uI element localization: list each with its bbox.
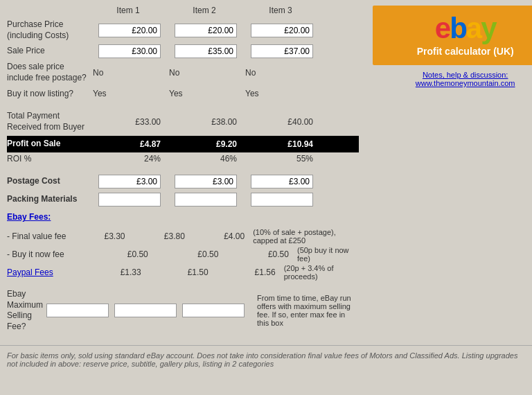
paypal-fees-note: (20p + 3.4% of proceeds) (281, 264, 359, 281)
item3-header: Item 3 (242, 6, 319, 15)
total-payment-val-1: £33.00 (90, 117, 166, 127)
buy-it-now-val-1: Yes (90, 89, 166, 98)
item2-header: Item 2 (166, 6, 242, 15)
purchase-price-input-1[interactable]: £20.00 (98, 24, 161, 37)
profit-val-1: £4.87 (90, 139, 166, 149)
purchase-price-cell-3[interactable]: £20.00 (242, 24, 319, 37)
sale-price-input-3[interactable]: £37.00 (251, 44, 313, 58)
paypal-fees-link-label[interactable]: Paypal Fees (7, 267, 80, 277)
buy-it-now-fee-note: (50p buy it now fee) (294, 246, 359, 263)
profit-calc-title: Profit calculator (UK) (381, 46, 532, 57)
total-payment-label: Total PaymentReceived from Buyer (7, 111, 90, 132)
sale-price-cell-2[interactable]: £35.00 (166, 44, 242, 58)
final-value-val-2: £3.80 (131, 231, 190, 241)
notes-link-section: Notes, help & discussion: www.themoneymo… (373, 71, 532, 87)
postage-cost-cell-1[interactable]: £3.00 (90, 175, 166, 188)
purchase-price-label: Purchase Price(including Costs) (7, 19, 90, 41)
max-selling-cell-3[interactable] (182, 304, 250, 317)
buy-it-now-fee-row: - Buy it now fee £0.50 £0.50 £0.50 (50p … (7, 246, 359, 263)
free-postage-row: Does sale priceinclude free postage? No … (7, 62, 359, 83)
final-value-note: (10% of sale + postage), capped at £250 (250, 228, 358, 245)
total-payment-val-2: £38.00 (166, 117, 242, 127)
purchase-price-input-3[interactable]: £20.00 (251, 24, 313, 37)
header-row: Item 1 Item 2 Item 3 (7, 6, 359, 15)
final-value-label: - Final value fee (7, 231, 71, 241)
sale-price-input-2[interactable]: £35.00 (175, 44, 237, 58)
notes-line2: www.themoneymountain.com (416, 79, 515, 87)
ebay-logo: ebay (381, 14, 532, 43)
packing-input-1[interactable] (98, 193, 161, 207)
buy-it-now-label: Buy it now listing? (7, 89, 90, 100)
packing-label: Packing Materials (7, 194, 90, 205)
max-selling-cell-1[interactable] (46, 304, 114, 317)
paypal-fees-val-3: £1.56 (214, 267, 281, 277)
purchase-price-row: Purchase Price(including Costs) £20.00 £… (7, 19, 359, 41)
postage-cost-row: Postage Cost £3.00 £3.00 £3.00 (7, 174, 359, 189)
buy-it-now-val-3: Yes (242, 89, 319, 98)
buy-it-now-fee-label: - Buy it now fee (7, 249, 83, 259)
total-payment-val-3: £40.00 (242, 117, 319, 127)
free-postage-val-1: No (90, 68, 166, 78)
postage-cost-cell-2[interactable]: £3.00 (166, 175, 242, 188)
ebay-fees-header-row: Ebay Fees: (7, 210, 359, 225)
roi-row: ROI % 24% 46% 55% (7, 154, 359, 165)
sale-price-input-1[interactable]: £30.00 (98, 44, 161, 58)
total-payment-row: Total PaymentReceived from Buyer £33.00 … (7, 111, 359, 132)
final-value-row: - Final value fee £3.30 £3.80 £4.00 (10%… (7, 228, 359, 245)
notes-link[interactable]: Notes, help & discussion: www.themoneymo… (416, 71, 515, 87)
buy-it-now-row: Buy it now listing? Yes Yes Yes (7, 86, 359, 101)
footer-text: For basic items only, sold using standar… (7, 351, 517, 368)
max-selling-row: Ebay Maximum SellingFee? From time to ti… (7, 289, 359, 332)
ebay-fees-link-label[interactable]: Ebay Fees: (7, 212, 90, 223)
packing-cell-1[interactable] (90, 193, 166, 207)
item1-header: Item 1 (90, 6, 166, 15)
max-selling-label: Ebay Maximum SellingFee? (7, 289, 46, 332)
notes-line1: Notes, help & discussion: (423, 71, 508, 79)
packing-cell-3[interactable] (242, 193, 319, 207)
buy-it-now-val-2: Yes (166, 89, 242, 98)
free-postage-val-3: No (242, 68, 319, 78)
postage-cost-cell-3[interactable]: £3.00 (242, 175, 319, 188)
max-selling-note: From time to time, eBay run offers with … (254, 294, 359, 327)
paypal-fees-val-1: £1.33 (80, 267, 147, 277)
ebay-logo-panel: ebay Profit calculator (UK) (373, 6, 532, 65)
purchase-price-input-2[interactable]: £20.00 (175, 24, 237, 37)
sale-price-label: Sale Price (7, 46, 90, 57)
purchase-price-cell-1[interactable]: £20.00 (90, 24, 166, 37)
packing-input-3[interactable] (251, 193, 313, 207)
postage-cost-input-1[interactable]: £3.00 (98, 175, 161, 188)
purchase-price-cell-2[interactable]: £20.00 (166, 24, 242, 37)
max-selling-input-1[interactable] (46, 304, 109, 317)
sale-price-cell-3[interactable]: £37.00 (242, 44, 319, 58)
postage-cost-input-2[interactable]: £3.00 (175, 175, 237, 188)
profit-val-3: £10.94 (242, 139, 319, 149)
roi-val-3: 55% (242, 154, 319, 164)
buy-it-now-fee-val-1: £0.50 (83, 249, 154, 259)
postage-cost-label: Postage Cost (7, 176, 90, 187)
paypal-fees-val-2: £1.50 (147, 267, 214, 277)
buy-it-now-fee-val-2: £0.50 (154, 249, 224, 259)
max-selling-input-3[interactable] (182, 304, 245, 317)
sale-price-row: Sale Price £30.00 £35.00 £37.00 (7, 44, 359, 59)
max-selling-input-2[interactable] (114, 304, 177, 317)
paypal-fees-row: Paypal Fees £1.33 £1.50 £1.56 (20p + 3.4… (7, 264, 359, 281)
roi-label: ROI % (7, 154, 90, 165)
free-postage-val-2: No (166, 68, 242, 78)
packing-row: Packing Materials (7, 192, 359, 207)
buy-it-now-fee-val-3: £0.50 (224, 249, 294, 259)
footer-note: For basic items only, sold using standar… (0, 345, 532, 374)
profit-val-2: £9.20 (166, 139, 242, 149)
final-value-val-3: £4.00 (190, 231, 250, 241)
profit-label: Profit on Sale (7, 139, 90, 150)
packing-cell-2[interactable] (166, 193, 242, 207)
sale-price-cell-1[interactable]: £30.00 (90, 44, 166, 58)
profit-on-sale-row: Profit on Sale £4.87 £9.20 £10.94 (7, 136, 359, 152)
max-selling-cell-2[interactable] (114, 304, 182, 317)
roi-val-1: 24% (90, 154, 166, 164)
final-value-val-1: £3.30 (71, 231, 130, 241)
roi-val-2: 46% (166, 154, 242, 164)
packing-input-2[interactable] (175, 193, 237, 207)
postage-cost-input-3[interactable]: £3.00 (251, 175, 313, 188)
free-postage-label: Does sale priceinclude free postage? (7, 62, 90, 83)
